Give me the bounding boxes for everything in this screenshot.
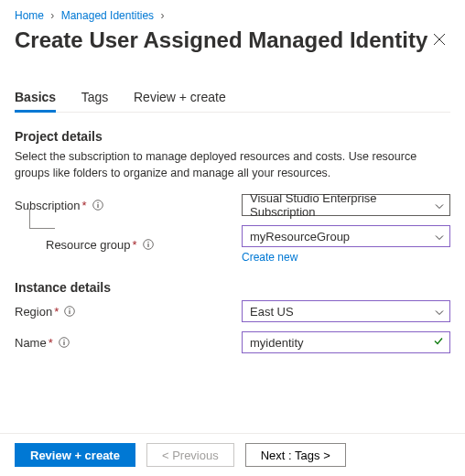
required-indicator: * (54, 305, 59, 319)
project-details-description: Select the subscription to manage deploy… (15, 149, 450, 181)
info-icon[interactable] (64, 306, 75, 317)
footer: Review + create < Previous Next : Tags > (0, 433, 465, 476)
create-new-link[interactable]: Create new (242, 251, 297, 264)
required-indicator: * (49, 336, 53, 350)
close-button[interactable] (428, 28, 450, 50)
required-indicator: * (82, 199, 87, 212)
review-create-button[interactable]: Review + create (15, 443, 135, 467)
previous-button[interactable]: < Previous (146, 443, 234, 467)
tab-review-create[interactable]: Review + create (134, 84, 226, 110)
region-label: Region (15, 305, 52, 319)
breadcrumb: Home › Managed Identities › (15, 9, 450, 22)
svg-rect-11 (63, 341, 64, 345)
svg-point-10 (63, 340, 64, 341)
instance-details-heading: Instance details (15, 280, 450, 295)
svg-rect-2 (97, 204, 98, 208)
breadcrumb-managed-identities[interactable]: Managed Identities (61, 9, 154, 22)
chevron-down-icon (435, 199, 444, 212)
svg-rect-8 (70, 310, 70, 314)
resource-group-select[interactable]: myResourceGroup (242, 225, 450, 247)
required-indicator: * (133, 238, 137, 252)
name-label: Name (15, 336, 47, 350)
subscription-select[interactable]: Visual Studio Enterprise Subscription (242, 194, 450, 216)
info-icon[interactable] (143, 239, 154, 250)
subscription-value: Visual Studio Enterprise Subscription (250, 191, 427, 219)
resource-group-value: myResourceGroup (250, 230, 350, 243)
region-value: East US (250, 305, 294, 319)
checkmark-icon (433, 336, 444, 350)
resource-group-label: Resource group (46, 238, 131, 252)
info-icon[interactable] (92, 200, 103, 211)
region-select[interactable]: East US (242, 300, 450, 322)
breadcrumb-home[interactable]: Home (15, 9, 44, 22)
tree-connector (29, 209, 55, 229)
project-details-heading: Project details (15, 129, 450, 144)
close-icon (433, 33, 446, 46)
svg-point-1 (97, 202, 98, 203)
tab-tags[interactable]: Tags (81, 84, 109, 110)
svg-point-4 (147, 242, 148, 243)
next-button[interactable]: Next : Tags > (245, 443, 346, 467)
svg-point-7 (70, 308, 70, 309)
svg-rect-5 (147, 243, 148, 247)
tab-basics[interactable]: Basics (15, 84, 56, 113)
info-icon[interactable] (59, 337, 70, 348)
chevron-down-icon (435, 230, 444, 243)
page-title: Create User Assigned Managed Identity (15, 27, 427, 53)
name-input[interactable]: myidentity (242, 331, 450, 353)
chevron-down-icon (435, 305, 444, 319)
chevron-right-icon: › (160, 9, 164, 22)
tabs: Basics Tags Review + create (15, 84, 450, 113)
name-value: myidentity (250, 336, 304, 350)
chevron-right-icon: › (50, 9, 54, 22)
